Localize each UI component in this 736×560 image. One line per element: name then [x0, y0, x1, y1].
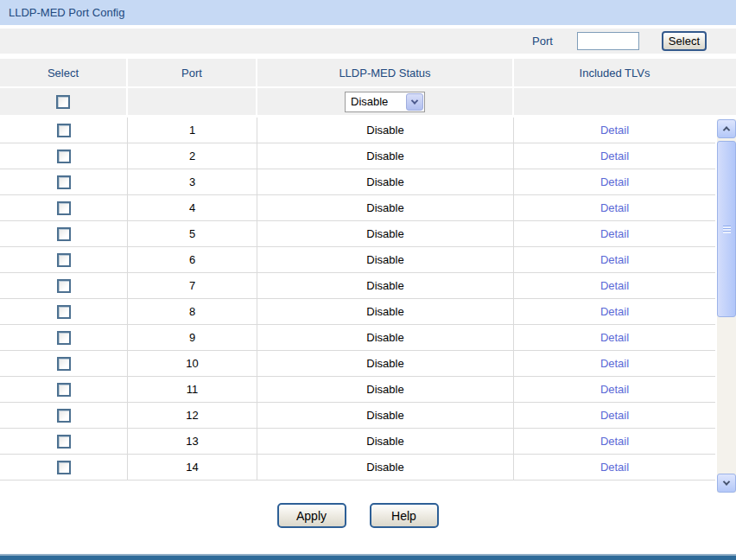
- port-cell: 12: [128, 403, 257, 428]
- table-row: 14 Disable Detail: [0, 455, 715, 480]
- table-row: 12 Disable Detail: [0, 403, 715, 429]
- detail-link[interactable]: Detail: [600, 409, 629, 422]
- scroll-thumb[interactable]: [717, 141, 736, 317]
- status-cell: Disable: [257, 403, 514, 428]
- table-row: 4 Disable Detail: [0, 195, 715, 221]
- row-checkbox[interactable]: [57, 150, 71, 163]
- status-select-dropdown-button[interactable]: [406, 93, 423, 111]
- tlv-cell: Detail: [514, 195, 715, 220]
- tlv-cell: Detail: [514, 377, 715, 402]
- select-cell: [0, 325, 128, 350]
- help-button[interactable]: Help: [370, 503, 439, 528]
- bulk-tlv-cell: [514, 88, 736, 115]
- row-checkbox[interactable]: [57, 227, 71, 241]
- detail-link[interactable]: Detail: [600, 201, 629, 214]
- row-checkbox[interactable]: [57, 201, 71, 215]
- tlv-cell: Detail: [514, 351, 715, 376]
- port-filter-label: Port: [532, 35, 553, 48]
- select-cell: [0, 403, 128, 428]
- status-cell: Disable: [257, 299, 514, 324]
- status-select[interactable]: Disable: [345, 92, 425, 112]
- select-cell: [0, 247, 128, 272]
- status-cell: Disable: [257, 143, 514, 169]
- port-cell: 2: [128, 143, 257, 169]
- table-row: 7 Disable Detail: [0, 273, 715, 299]
- detail-link[interactable]: Detail: [600, 150, 629, 162]
- table-row: 5 Disable Detail: [0, 221, 715, 247]
- row-checkbox[interactable]: [57, 253, 71, 267]
- detail-link[interactable]: Detail: [600, 279, 629, 292]
- lldp-med-port-config-page: LLDP-MED Port Config Port Select Select …: [0, 0, 736, 560]
- port-filter-input[interactable]: [577, 32, 639, 50]
- chevron-up-icon: [723, 126, 730, 133]
- status-select-value: Disable: [346, 95, 405, 108]
- status-cell: Disable: [257, 325, 514, 350]
- header-lldp-med-status: LLDP-MED Status: [257, 59, 514, 86]
- tlv-cell: Detail: [514, 247, 715, 272]
- row-checkbox[interactable]: [57, 435, 71, 449]
- scroll-up-button[interactable]: [717, 119, 736, 138]
- select-cell: [0, 118, 128, 143]
- row-checkbox[interactable]: [57, 305, 71, 319]
- detail-link[interactable]: Detail: [600, 331, 629, 344]
- port-cell: 11: [128, 377, 257, 402]
- row-checkbox[interactable]: [57, 279, 71, 293]
- detail-link[interactable]: Detail: [600, 357, 629, 370]
- port-cell: 9: [128, 325, 257, 350]
- tlv-cell: Detail: [514, 455, 715, 480]
- port-cell: 1: [128, 118, 257, 143]
- detail-link[interactable]: Detail: [600, 383, 629, 396]
- detail-link[interactable]: Detail: [600, 227, 629, 240]
- detail-link[interactable]: Detail: [600, 461, 629, 474]
- row-checkbox[interactable]: [57, 175, 71, 189]
- apply-button[interactable]: Apply: [277, 503, 346, 528]
- table-row: 6 Disable Detail: [0, 247, 715, 273]
- bulk-status-cell: Disable: [257, 88, 514, 115]
- select-cell: [0, 195, 128, 220]
- table-row: 13 Disable Detail: [0, 429, 715, 455]
- tlv-cell: Detail: [514, 143, 715, 169]
- port-filter-bar: Port Select: [0, 29, 736, 54]
- status-cell: Disable: [257, 429, 514, 454]
- detail-link[interactable]: Detail: [600, 175, 629, 188]
- select-cell: [0, 377, 128, 402]
- status-cell: Disable: [257, 195, 514, 220]
- tlv-cell: Detail: [514, 325, 715, 350]
- status-cell: Disable: [257, 247, 514, 272]
- port-cell: 13: [128, 429, 257, 454]
- port-select-button[interactable]: Select: [662, 31, 707, 51]
- row-checkbox[interactable]: [57, 124, 71, 137]
- header-select: Select: [0, 59, 128, 86]
- detail-link[interactable]: Detail: [600, 305, 629, 318]
- status-cell: Disable: [257, 221, 514, 246]
- chevron-down-icon: [723, 478, 730, 485]
- select-all-checkbox[interactable]: [56, 95, 70, 109]
- status-cell: Disable: [257, 118, 514, 143]
- detail-link[interactable]: Detail: [600, 124, 629, 137]
- select-cell: [0, 273, 128, 298]
- port-cell: 5: [128, 221, 257, 246]
- port-cell: 8: [128, 299, 257, 324]
- page-title: LLDP-MED Port Config: [0, 0, 736, 25]
- tlv-cell: Detail: [514, 273, 715, 298]
- table-row: 3 Disable Detail: [0, 169, 715, 195]
- tlv-cell: Detail: [514, 299, 715, 324]
- chevron-down-icon: [411, 97, 418, 104]
- detail-link[interactable]: Detail: [600, 435, 629, 448]
- bulk-select-cell: [0, 88, 128, 115]
- row-checkbox[interactable]: [57, 331, 71, 345]
- table-body: 1 Disable Detail 2 Disable Detail 3 Disa…: [0, 118, 715, 480]
- row-checkbox[interactable]: [57, 383, 71, 397]
- action-bar: Apply Help: [0, 503, 715, 528]
- table-scroll-area: 1 Disable Detail 2 Disable Detail 3 Disa…: [0, 118, 736, 493]
- row-checkbox[interactable]: [57, 409, 71, 423]
- select-cell: [0, 169, 128, 194]
- scroll-down-button[interactable]: [717, 474, 736, 493]
- scrollbar[interactable]: [717, 119, 736, 493]
- row-checkbox[interactable]: [57, 357, 71, 371]
- port-cell: 3: [128, 169, 257, 194]
- row-checkbox[interactable]: [57, 461, 71, 474]
- detail-link[interactable]: Detail: [600, 253, 629, 266]
- table-row: 9 Disable Detail: [0, 325, 715, 351]
- status-cell: Disable: [257, 169, 514, 194]
